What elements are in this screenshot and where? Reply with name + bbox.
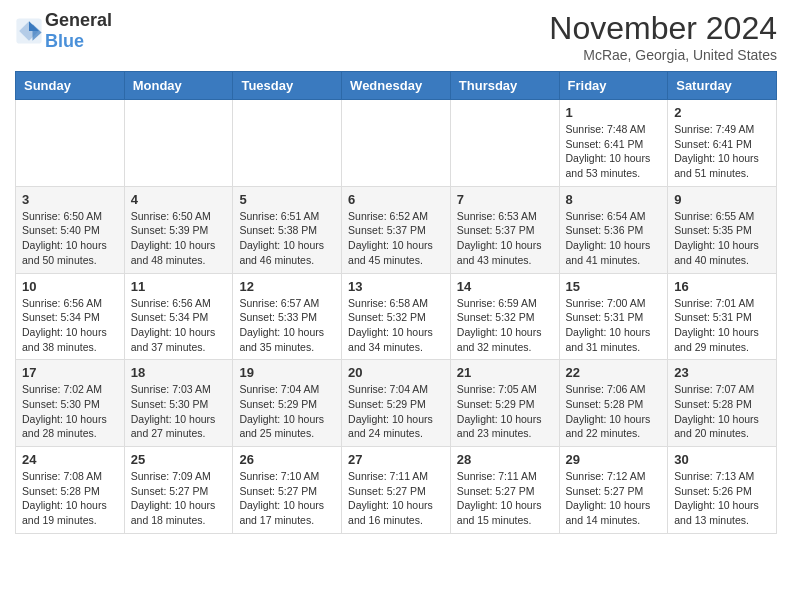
- logo-general: General: [45, 10, 112, 30]
- day-info: Sunrise: 7:13 AM Sunset: 5:26 PM Dayligh…: [674, 469, 770, 528]
- day-info: Sunrise: 7:01 AM Sunset: 5:31 PM Dayligh…: [674, 296, 770, 355]
- calendar-day: 14Sunrise: 6:59 AM Sunset: 5:32 PM Dayli…: [450, 273, 559, 360]
- calendar-day: 2Sunrise: 7:49 AM Sunset: 6:41 PM Daylig…: [668, 100, 777, 187]
- day-number: 19: [239, 365, 335, 380]
- calendar-day: [450, 100, 559, 187]
- calendar-day: 7Sunrise: 6:53 AM Sunset: 5:37 PM Daylig…: [450, 186, 559, 273]
- day-info: Sunrise: 7:09 AM Sunset: 5:27 PM Dayligh…: [131, 469, 227, 528]
- logo: General Blue: [15, 10, 112, 52]
- calendar-day: 11Sunrise: 6:56 AM Sunset: 5:34 PM Dayli…: [124, 273, 233, 360]
- day-info: Sunrise: 6:54 AM Sunset: 5:36 PM Dayligh…: [566, 209, 662, 268]
- day-number: 18: [131, 365, 227, 380]
- day-number: 26: [239, 452, 335, 467]
- day-info: Sunrise: 6:52 AM Sunset: 5:37 PM Dayligh…: [348, 209, 444, 268]
- calendar-week-1: 3Sunrise: 6:50 AM Sunset: 5:40 PM Daylig…: [16, 186, 777, 273]
- calendar-day: 10Sunrise: 6:56 AM Sunset: 5:34 PM Dayli…: [16, 273, 125, 360]
- col-tuesday: Tuesday: [233, 72, 342, 100]
- day-number: 24: [22, 452, 118, 467]
- day-number: 30: [674, 452, 770, 467]
- day-info: Sunrise: 6:58 AM Sunset: 5:32 PM Dayligh…: [348, 296, 444, 355]
- day-info: Sunrise: 7:04 AM Sunset: 5:29 PM Dayligh…: [239, 382, 335, 441]
- month-title: November 2024: [549, 10, 777, 47]
- page-header: General Blue November 2024 McRae, Georgi…: [15, 10, 777, 63]
- day-number: 22: [566, 365, 662, 380]
- day-number: 5: [239, 192, 335, 207]
- calendar-day: 29Sunrise: 7:12 AM Sunset: 5:27 PM Dayli…: [559, 447, 668, 534]
- day-number: 12: [239, 279, 335, 294]
- day-info: Sunrise: 7:02 AM Sunset: 5:30 PM Dayligh…: [22, 382, 118, 441]
- col-monday: Monday: [124, 72, 233, 100]
- day-number: 10: [22, 279, 118, 294]
- day-number: 23: [674, 365, 770, 380]
- calendar-table: Sunday Monday Tuesday Wednesday Thursday…: [15, 71, 777, 534]
- calendar-week-3: 17Sunrise: 7:02 AM Sunset: 5:30 PM Dayli…: [16, 360, 777, 447]
- day-info: Sunrise: 6:53 AM Sunset: 5:37 PM Dayligh…: [457, 209, 553, 268]
- calendar-day: 9Sunrise: 6:55 AM Sunset: 5:35 PM Daylig…: [668, 186, 777, 273]
- calendar-header-row: Sunday Monday Tuesday Wednesday Thursday…: [16, 72, 777, 100]
- day-number: 8: [566, 192, 662, 207]
- day-info: Sunrise: 7:07 AM Sunset: 5:28 PM Dayligh…: [674, 382, 770, 441]
- calendar-day: 20Sunrise: 7:04 AM Sunset: 5:29 PM Dayli…: [342, 360, 451, 447]
- day-info: Sunrise: 7:49 AM Sunset: 6:41 PM Dayligh…: [674, 122, 770, 181]
- calendar-day: 24Sunrise: 7:08 AM Sunset: 5:28 PM Dayli…: [16, 447, 125, 534]
- day-number: 1: [566, 105, 662, 120]
- col-thursday: Thursday: [450, 72, 559, 100]
- day-info: Sunrise: 7:00 AM Sunset: 5:31 PM Dayligh…: [566, 296, 662, 355]
- day-info: Sunrise: 6:56 AM Sunset: 5:34 PM Dayligh…: [131, 296, 227, 355]
- calendar-day: 28Sunrise: 7:11 AM Sunset: 5:27 PM Dayli…: [450, 447, 559, 534]
- day-info: Sunrise: 7:10 AM Sunset: 5:27 PM Dayligh…: [239, 469, 335, 528]
- day-info: Sunrise: 6:51 AM Sunset: 5:38 PM Dayligh…: [239, 209, 335, 268]
- calendar-day: 16Sunrise: 7:01 AM Sunset: 5:31 PM Dayli…: [668, 273, 777, 360]
- calendar-day: 18Sunrise: 7:03 AM Sunset: 5:30 PM Dayli…: [124, 360, 233, 447]
- day-number: 14: [457, 279, 553, 294]
- day-number: 13: [348, 279, 444, 294]
- calendar-day: 12Sunrise: 6:57 AM Sunset: 5:33 PM Dayli…: [233, 273, 342, 360]
- logo-blue: Blue: [45, 31, 84, 51]
- calendar-day: 3Sunrise: 6:50 AM Sunset: 5:40 PM Daylig…: [16, 186, 125, 273]
- title-area: November 2024 McRae, Georgia, United Sta…: [549, 10, 777, 63]
- day-info: Sunrise: 7:03 AM Sunset: 5:30 PM Dayligh…: [131, 382, 227, 441]
- calendar-day: 27Sunrise: 7:11 AM Sunset: 5:27 PM Dayli…: [342, 447, 451, 534]
- calendar-day: [124, 100, 233, 187]
- day-info: Sunrise: 7:04 AM Sunset: 5:29 PM Dayligh…: [348, 382, 444, 441]
- calendar-day: [233, 100, 342, 187]
- calendar-day: 17Sunrise: 7:02 AM Sunset: 5:30 PM Dayli…: [16, 360, 125, 447]
- day-info: Sunrise: 7:12 AM Sunset: 5:27 PM Dayligh…: [566, 469, 662, 528]
- calendar-day: [342, 100, 451, 187]
- day-info: Sunrise: 7:06 AM Sunset: 5:28 PM Dayligh…: [566, 382, 662, 441]
- day-number: 6: [348, 192, 444, 207]
- page-container: General Blue November 2024 McRae, Georgi…: [0, 0, 792, 544]
- day-number: 27: [348, 452, 444, 467]
- day-number: 7: [457, 192, 553, 207]
- calendar-day: 6Sunrise: 6:52 AM Sunset: 5:37 PM Daylig…: [342, 186, 451, 273]
- logo-icon: [15, 17, 43, 45]
- day-number: 16: [674, 279, 770, 294]
- day-info: Sunrise: 7:05 AM Sunset: 5:29 PM Dayligh…: [457, 382, 553, 441]
- day-number: 4: [131, 192, 227, 207]
- col-friday: Friday: [559, 72, 668, 100]
- day-number: 3: [22, 192, 118, 207]
- calendar-day: 26Sunrise: 7:10 AM Sunset: 5:27 PM Dayli…: [233, 447, 342, 534]
- day-number: 21: [457, 365, 553, 380]
- day-number: 15: [566, 279, 662, 294]
- day-info: Sunrise: 7:08 AM Sunset: 5:28 PM Dayligh…: [22, 469, 118, 528]
- calendar-day: 5Sunrise: 6:51 AM Sunset: 5:38 PM Daylig…: [233, 186, 342, 273]
- day-info: Sunrise: 6:55 AM Sunset: 5:35 PM Dayligh…: [674, 209, 770, 268]
- day-info: Sunrise: 6:50 AM Sunset: 5:39 PM Dayligh…: [131, 209, 227, 268]
- calendar-day: 13Sunrise: 6:58 AM Sunset: 5:32 PM Dayli…: [342, 273, 451, 360]
- calendar-day: [16, 100, 125, 187]
- day-info: Sunrise: 6:50 AM Sunset: 5:40 PM Dayligh…: [22, 209, 118, 268]
- day-number: 17: [22, 365, 118, 380]
- calendar-day: 23Sunrise: 7:07 AM Sunset: 5:28 PM Dayli…: [668, 360, 777, 447]
- calendar-day: 30Sunrise: 7:13 AM Sunset: 5:26 PM Dayli…: [668, 447, 777, 534]
- calendar-day: 25Sunrise: 7:09 AM Sunset: 5:27 PM Dayli…: [124, 447, 233, 534]
- day-number: 9: [674, 192, 770, 207]
- calendar-day: 15Sunrise: 7:00 AM Sunset: 5:31 PM Dayli…: [559, 273, 668, 360]
- day-info: Sunrise: 6:59 AM Sunset: 5:32 PM Dayligh…: [457, 296, 553, 355]
- logo-text: General Blue: [45, 10, 112, 52]
- calendar-day: 21Sunrise: 7:05 AM Sunset: 5:29 PM Dayli…: [450, 360, 559, 447]
- day-info: Sunrise: 6:57 AM Sunset: 5:33 PM Dayligh…: [239, 296, 335, 355]
- calendar-week-0: 1Sunrise: 7:48 AM Sunset: 6:41 PM Daylig…: [16, 100, 777, 187]
- calendar-week-4: 24Sunrise: 7:08 AM Sunset: 5:28 PM Dayli…: [16, 447, 777, 534]
- calendar-day: 1Sunrise: 7:48 AM Sunset: 6:41 PM Daylig…: [559, 100, 668, 187]
